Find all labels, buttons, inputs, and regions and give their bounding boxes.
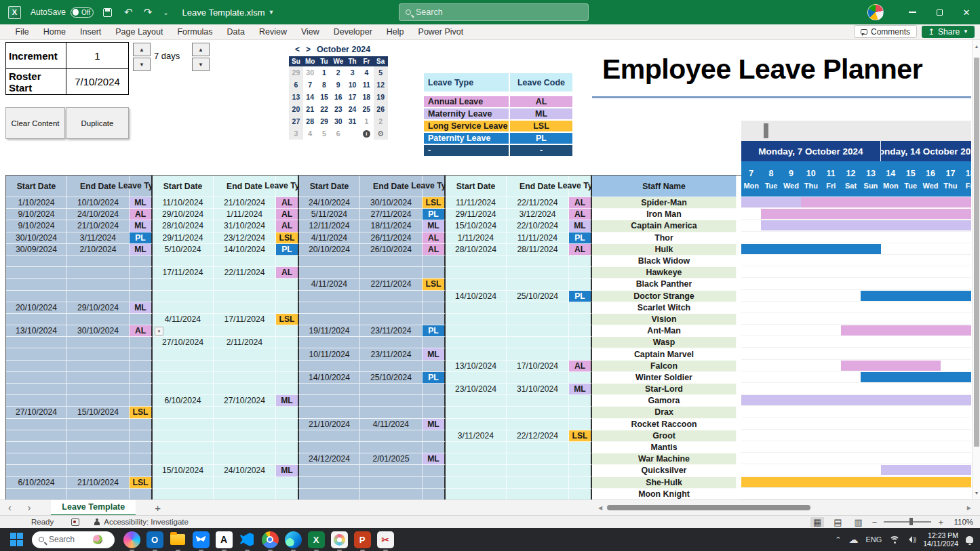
leave-type-cell[interactable] [130, 442, 153, 453]
start-date-cell[interactable] [446, 314, 507, 325]
legend-code-cell[interactable]: LSL [510, 121, 572, 131]
staff-name-cell[interactable]: Mantis [592, 442, 737, 453]
leave-type-cell[interactable] [569, 407, 592, 418]
end-date-cell[interactable] [67, 348, 130, 360]
gantt-row[interactable] [741, 336, 971, 348]
start-date-cell[interactable] [153, 419, 214, 430]
end-date-cell[interactable]: 18/11/2024 [360, 220, 423, 232]
leave-type-cell[interactable] [423, 337, 446, 348]
leave-type-cell[interactable] [569, 442, 592, 453]
end-date-cell[interactable] [67, 384, 130, 395]
end-date-cell[interactable] [360, 395, 423, 407]
leave-type-cell[interactable] [569, 395, 592, 407]
gantt-scroll-handle[interactable] [764, 123, 768, 138]
start-date-cell[interactable]: 9/10/2024 [6, 209, 67, 220]
end-date-cell[interactable] [507, 489, 569, 499]
leave-type-cell[interactable] [569, 279, 592, 290]
sheet-tab-leave-template[interactable]: Leave Template [51, 500, 136, 516]
start-date-cell[interactable]: 20/10/2024 [6, 302, 67, 314]
end-date-cell[interactable]: 2/11/2024 [214, 337, 276, 348]
start-date-cell[interactable]: 3/11/2024 [446, 430, 507, 442]
gantt-day-cell[interactable]: 16Wed [920, 161, 940, 197]
ribbon-tab-home[interactable]: Home [36, 27, 73, 37]
end-date-cell[interactable] [214, 419, 276, 430]
start-date-cell[interactable]: 19/11/2024 [299, 325, 360, 337]
gantt-row[interactable] [741, 371, 971, 383]
gantt-row[interactable] [741, 208, 971, 220]
column-header[interactable]: Leave Type [423, 176, 446, 197]
leave-type-cell[interactable]: PL [276, 244, 299, 256]
leave-type-cell[interactable]: LSL [130, 407, 153, 418]
start-date-cell[interactable] [446, 489, 507, 499]
calendar-date-cell[interactable]: 29 [289, 66, 303, 79]
leave-type-cell[interactable]: AL [569, 361, 592, 372]
start-date-cell[interactable] [299, 407, 360, 418]
start-date-cell[interactable]: 23/10/2024 [446, 384, 507, 395]
leave-type-cell[interactable] [130, 453, 153, 465]
taskbar-search-input[interactable] [49, 535, 88, 544]
end-date-cell[interactable] [507, 419, 569, 430]
staff-name-cell[interactable]: Ant-Man [592, 325, 737, 337]
end-date-cell[interactable] [214, 453, 276, 465]
calendar-date-cell[interactable]: 30 [303, 66, 317, 79]
leave-type-cell[interactable]: ML [130, 197, 153, 209]
start-date-cell[interactable] [446, 267, 507, 279]
end-date-cell[interactable]: 17/10/2024 [507, 361, 569, 372]
start-date-cell[interactable] [446, 372, 507, 384]
user-avatar[interactable] [867, 4, 884, 20]
leave-type-cell[interactable]: PL [423, 325, 446, 337]
start-date-cell[interactable] [153, 291, 214, 302]
staff-name-cell[interactable]: Rocket Raccoon [592, 419, 737, 430]
paint-icon[interactable] [331, 531, 348, 548]
calendar-date-cell[interactable]: ⚙ [374, 127, 388, 140]
start-date-cell[interactable]: 4/11/2024 [299, 232, 360, 244]
search-box[interactable] [399, 3, 589, 21]
leave-type-cell[interactable] [423, 384, 446, 395]
start-date-cell[interactable] [299, 384, 360, 395]
calendar-date-cell[interactable]: 28 [303, 115, 317, 127]
gantt-day-cell[interactable]: 10Thu [801, 161, 821, 197]
dropdown-arrow-button[interactable]: ▼ [155, 327, 163, 335]
calendar-date-cell[interactable]: 16 [331, 91, 345, 103]
calendar-date-cell[interactable]: 17 [345, 91, 359, 103]
calendar-date-cell[interactable]: 12 [374, 79, 388, 91]
start-date-cell[interactable] [299, 291, 360, 302]
end-date-cell[interactable] [360, 465, 423, 476]
end-date-cell[interactable] [214, 348, 276, 360]
increment-value-cell[interactable]: 1 [66, 43, 128, 68]
start-date-cell[interactable]: 21/10/2024 [299, 419, 360, 430]
gantt-row[interactable] [741, 325, 971, 336]
gantt-row[interactable] [741, 266, 971, 278]
start-date-cell[interactable]: 29/11/2024 [446, 209, 507, 220]
end-date-cell[interactable] [360, 407, 423, 418]
calendar-settings-gear-icon[interactable]: ⚙ [377, 129, 384, 138]
start-date-cell[interactable]: 11/10/2024 [153, 197, 214, 209]
leave-type-cell[interactable] [276, 279, 299, 290]
staff-name-cell[interactable]: Falcon [592, 361, 737, 372]
end-date-cell[interactable] [67, 361, 130, 372]
gantt-row[interactable] [741, 243, 971, 255]
calendar-next-button[interactable]: > [306, 45, 311, 54]
vscode-icon[interactable] [239, 531, 256, 548]
snipping-tool-icon[interactable]: ✂ [377, 531, 394, 548]
start-date-cell[interactable] [153, 256, 214, 267]
leave-type-cell[interactable] [569, 489, 592, 499]
staff-name-cell[interactable]: She-Hulk [592, 477, 737, 489]
staff-name-cell[interactable]: Vision [592, 314, 737, 325]
gantt-row[interactable] [741, 430, 971, 441]
staff-name-cell[interactable]: Spider-Man [592, 197, 737, 209]
gantt-row[interactable] [741, 453, 971, 464]
calendar-date-cell[interactable]: 20 [289, 103, 303, 115]
start-date-cell[interactable] [446, 407, 507, 418]
leave-type-cell[interactable]: ML [130, 302, 153, 314]
column-header[interactable]: Start Date [299, 176, 360, 197]
title-chevron-down-icon[interactable]: ▼ [268, 9, 274, 16]
file-explorer-icon[interactable] [170, 531, 187, 548]
start-date-cell[interactable] [153, 384, 214, 395]
calendar-info-icon[interactable]: i [363, 130, 370, 138]
calendar-date-cell[interactable]: 7 [303, 79, 317, 91]
copilot-icon[interactable] [123, 531, 140, 548]
save-icon[interactable] [103, 8, 112, 17]
end-date-cell[interactable]: 3/11/2024 [67, 232, 130, 244]
sheet-prev-icon[interactable]: ‹ [0, 502, 20, 513]
